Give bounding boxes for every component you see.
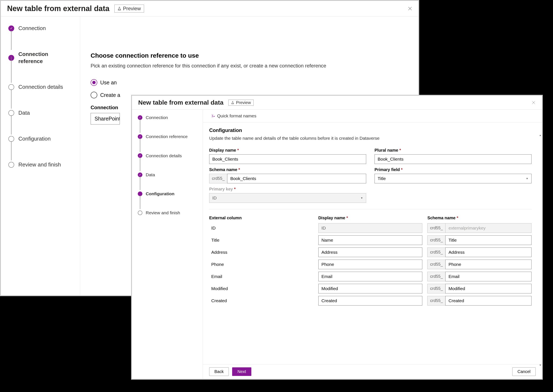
- step-circle-icon: [8, 26, 14, 31]
- section-heading: Choose connection reference to use: [91, 52, 408, 59]
- schema-name-input[interactable]: [445, 284, 532, 294]
- schema-name-field: crd55_: [427, 296, 532, 306]
- step-item[interactable]: Connection details: [8, 84, 76, 109]
- step-label: Connection: [146, 115, 168, 120]
- back-button[interactable]: Back: [209, 367, 229, 376]
- format-icon: [211, 114, 215, 118]
- next-button[interactable]: Next: [232, 367, 251, 376]
- dialog-title: New table from external data: [138, 99, 223, 106]
- connection-dropdown[interactable]: SharePoint: [91, 113, 120, 125]
- field-label: Plural name *: [374, 148, 532, 153]
- step-label: Connection details: [146, 153, 182, 159]
- step-item[interactable]: Connection: [138, 115, 200, 134]
- radio-use-existing[interactable]: Use an: [91, 79, 408, 86]
- step-item[interactable]: Connection details: [138, 153, 200, 172]
- display-name-input[interactable]: [318, 272, 422, 281]
- step-item[interactable]: Review and finish: [138, 210, 200, 216]
- main-content: Quick format names Configuration Update …: [203, 110, 542, 379]
- step-label: Data: [18, 109, 30, 117]
- display-name-input[interactable]: [318, 284, 422, 294]
- schema-name-input: [445, 223, 532, 233]
- primary-field-select[interactable]: Title ▼: [374, 174, 532, 183]
- step-item[interactable]: Configuration: [8, 135, 76, 161]
- schema-name-input[interactable]: [445, 296, 532, 306]
- step-item[interactable]: Configuration: [138, 191, 200, 210]
- step-circle-icon: [8, 162, 14, 168]
- step-label: Connection reference: [18, 51, 69, 65]
- schema-name-field: Schema name * crd55_: [209, 167, 366, 183]
- table-row: Phonecrd55_: [209, 259, 532, 269]
- dialog-footer: Back Next Cancel: [203, 364, 542, 379]
- preview-label: Preview: [123, 6, 141, 12]
- plural-name-field: Plural name *: [374, 148, 532, 164]
- table-row: IDcrd55_: [209, 223, 532, 233]
- step-circle-icon: [8, 110, 14, 116]
- external-column-name: ID: [209, 225, 313, 231]
- preview-badge: Preview: [114, 5, 144, 13]
- external-column-name: Phone: [209, 262, 313, 267]
- config-scroll-area: Configuration Update the table name and …: [203, 122, 542, 364]
- field-label: Display name *: [209, 148, 366, 153]
- step-item[interactable]: Connection: [8, 25, 76, 51]
- dialog-configuration: New table from external data Preview Con…: [131, 95, 543, 380]
- schema-name-input[interactable]: [445, 259, 532, 269]
- step-label: Connection details: [18, 84, 63, 91]
- step-label: Connection reference: [146, 134, 188, 139]
- select-value: Title: [378, 176, 386, 181]
- preview-badge: Preview: [228, 100, 253, 106]
- schema-name-field: crd55_: [427, 235, 532, 245]
- quick-format-label: Quick format names: [217, 113, 256, 119]
- table-row: Modifiedcrd55_: [209, 284, 532, 294]
- schema-name-field: crd55_: [427, 272, 532, 281]
- step-item[interactable]: Connection reference: [138, 134, 200, 153]
- primary-key-select: ID ▼: [209, 193, 366, 203]
- select-value: ID: [212, 196, 217, 201]
- display-name-input[interactable]: [318, 235, 422, 245]
- external-column-name: Email: [209, 274, 313, 279]
- schema-prefix: crd55_: [427, 272, 445, 281]
- close-icon: [408, 7, 412, 11]
- display-name-input[interactable]: [318, 296, 422, 306]
- field-label: Primary key *: [209, 187, 366, 191]
- close-button[interactable]: [530, 99, 537, 106]
- stepper-nav: ConnectionConnection referenceConnection…: [1, 16, 80, 295]
- plural-name-input[interactable]: [374, 154, 532, 164]
- display-name-field: Display name *: [209, 148, 366, 164]
- display-name-input: [318, 223, 422, 233]
- step-item[interactable]: Data: [8, 109, 76, 135]
- table-row: Emailcrd55_: [209, 272, 532, 281]
- step-circle-icon: [138, 173, 142, 177]
- stepper-nav: ConnectionConnection referenceConnection…: [132, 110, 203, 379]
- table-row: Titlecrd55_: [209, 235, 532, 245]
- schema-name-input[interactable]: [445, 235, 532, 245]
- close-button[interactable]: [407, 5, 413, 12]
- flask-icon: [118, 7, 121, 10]
- radio-label: Create a: [100, 92, 120, 98]
- config-subtext: Update the table name and details of the…: [209, 136, 532, 141]
- flask-icon: [231, 101, 234, 104]
- step-item[interactable]: Connection reference: [8, 51, 76, 84]
- display-name-input[interactable]: [318, 247, 422, 257]
- cancel-button[interactable]: Cancel: [512, 367, 536, 376]
- step-label: Data: [146, 172, 155, 177]
- external-column-name: Created: [209, 298, 313, 303]
- schema-prefix: crd55_: [209, 174, 227, 183]
- quick-format-button[interactable]: Quick format names: [209, 112, 258, 120]
- schema-prefix: crd55_: [427, 247, 445, 257]
- step-item[interactable]: Review and finish: [8, 161, 76, 168]
- chevron-down-icon: ▼: [526, 177, 528, 180]
- schema-name-input[interactable]: [445, 247, 532, 257]
- display-name-input[interactable]: [209, 154, 366, 164]
- display-name-input[interactable]: [318, 259, 422, 269]
- scrollbar[interactable]: ▲ ▼: [539, 134, 542, 366]
- dialog-header: New table from external data Preview: [132, 96, 542, 110]
- section-subtext: Pick an existing connection reference fo…: [91, 63, 408, 69]
- schema-name-input[interactable]: [227, 174, 366, 183]
- schema-prefix: crd55_: [427, 259, 445, 269]
- step-item[interactable]: Data: [138, 172, 200, 191]
- table-header-row: External column Display name * Schema na…: [209, 216, 532, 223]
- step-circle-icon: [138, 115, 142, 120]
- schema-name-field: crd55_: [427, 259, 532, 269]
- step-label: Review and finish: [146, 210, 180, 216]
- schema-name-input[interactable]: [445, 272, 532, 281]
